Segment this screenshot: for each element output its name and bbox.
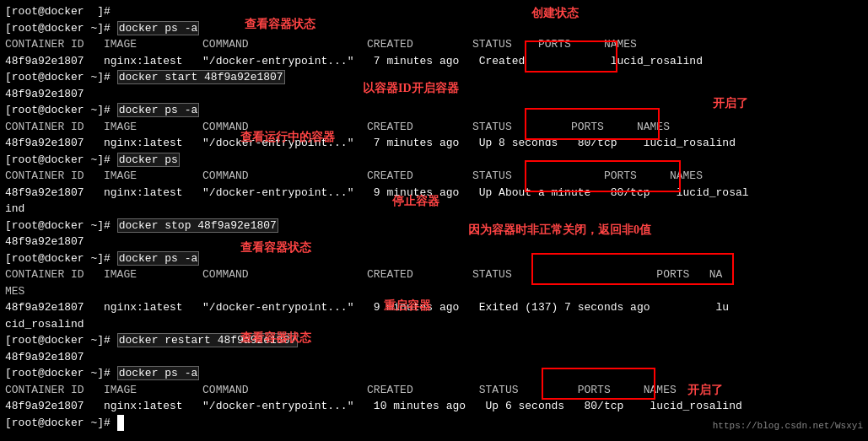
terminal: [root@docker ]# [root@docker ~]# docker … xyxy=(0,0,868,434)
line-6: 48f9a92e1807 xyxy=(5,86,863,103)
cmd-docker-start: docker start 48f9a92e1807 xyxy=(117,70,285,84)
line-12: 48f9a92e1807 nginx:latest "/docker-entry… xyxy=(5,185,863,202)
cmd-docker-ps-a-1: docker ps -a xyxy=(117,21,200,35)
cmd-docker-ps-a-2: docker ps -a xyxy=(117,103,200,117)
line-7: [root@docker ~]# docker ps -a xyxy=(5,102,863,119)
line-20: cid_rosalind xyxy=(5,316,863,333)
line-11: CONTAINER ID IMAGE COMMAND CREATED STATU… xyxy=(5,168,863,185)
line-14: [root@docker ~]# docker stop 48f9a92e180… xyxy=(5,218,863,234)
line-10: [root@docker ~]# docker ps xyxy=(5,152,863,169)
line-2: [root@docker ~]# docker ps -a xyxy=(5,20,863,37)
line-16: [root@docker ~]# docker ps -a xyxy=(5,250,863,267)
line-22: 48f9a92e1807 xyxy=(5,349,863,366)
url-label: https://blog.csdn.net/Wsxyi xyxy=(713,419,863,433)
line-13: ind xyxy=(5,201,863,218)
line-18: MES xyxy=(5,283,863,300)
line-4: 48f9a92e1807 nginx:latest "/docker-entry… xyxy=(5,53,863,70)
cmd-docker-ps: docker ps xyxy=(117,153,180,167)
line-19: 48f9a92e1807 nginx:latest "/docker-entry… xyxy=(5,299,863,316)
cmd-docker-ps-a-4: docker ps -a xyxy=(117,366,200,380)
line-15: 48f9a92e1807 xyxy=(5,234,863,250)
line-9: 48f9a92e1807 nginx:latest "/docker-entry… xyxy=(5,135,863,152)
line-5: [root@docker ~]# docker start 48f9a92e18… xyxy=(5,69,863,86)
cmd-docker-restart: docker restart 48f9a92e1807 xyxy=(117,333,299,347)
line-3: CONTAINER ID IMAGE COMMAND CREATED STATU… xyxy=(5,36,863,53)
line-21: [root@docker ~]# docker restart 48f9a92e… xyxy=(5,332,863,349)
line-25: 48f9a92e1807 nginx:latest "/docker-entry… xyxy=(5,398,863,415)
cmd-docker-stop: docker stop 48f9a92e1807 xyxy=(117,218,278,233)
cmd-docker-ps-a-3: docker ps -a xyxy=(117,251,200,266)
line-17: CONTAINER ID IMAGE COMMAND CREATED STATU… xyxy=(5,266,863,283)
line-1: [root@docker ]# xyxy=(5,3,863,20)
line-23: [root@docker ~]# docker ps -a xyxy=(5,365,863,382)
line-8: CONTAINER ID IMAGE COMMAND CREATED STATU… xyxy=(5,119,863,136)
line-24: CONTAINER ID IMAGE COMMAND CREATED STATU… xyxy=(5,382,863,399)
